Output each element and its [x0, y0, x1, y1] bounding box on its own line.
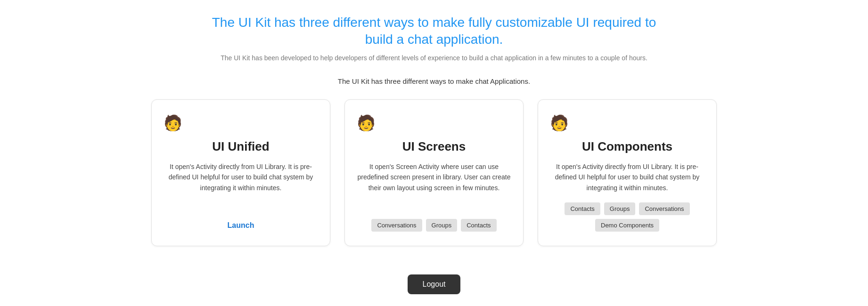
header-section: The UI Kit has three different ways to m…: [208, 14, 660, 63]
logout-section: Logout: [408, 274, 461, 294]
card-ui-components: 🧑UI ComponentsIt open's Activity directl…: [538, 99, 717, 246]
intro-text: The UI Kit has three different ways to m…: [338, 77, 530, 85]
cards-container: 🧑UI UnifiedIt open's Activity directly f…: [151, 99, 717, 246]
launch-button[interactable]: Launch: [224, 219, 258, 232]
card-ui-unified: 🧑UI UnifiedIt open's Activity directly f…: [151, 99, 330, 246]
button-group-2: ContactsGroupsConversationsDemo Componen…: [550, 202, 704, 232]
card-title-0: UI Unified: [212, 139, 269, 154]
tag-button-groups[interactable]: Groups: [426, 219, 458, 232]
card-avatar-0: 🧑: [164, 114, 183, 134]
card-avatar-1: 🧑: [357, 114, 377, 134]
tag-button-conversations[interactable]: Conversations: [639, 202, 689, 215]
card-description-1: It open's Screen Activity where user can…: [357, 161, 511, 193]
card-title-2: UI Components: [582, 139, 672, 154]
button-group-1: ConversationsGroupsContacts: [371, 219, 496, 232]
tag-button-demo-components[interactable]: Demo Components: [595, 219, 659, 232]
tag-button-conversations[interactable]: Conversations: [371, 219, 422, 232]
card-description-0: It open's Activity directly from UI Libr…: [164, 161, 318, 193]
tag-button-contacts[interactable]: Contacts: [461, 219, 496, 232]
tag-button-contacts[interactable]: Contacts: [565, 202, 600, 215]
card-ui-screens: 🧑UI ScreensIt open's Screen Activity whe…: [344, 99, 524, 246]
card-avatar-2: 🧑: [550, 114, 570, 134]
header-title: The UI Kit has three different ways to m…: [208, 14, 660, 48]
tag-button-groups[interactable]: Groups: [604, 202, 636, 215]
header-subtitle: The UI Kit has been developed to help de…: [208, 53, 660, 63]
card-description-2: It open's Activity directly from UI Libr…: [550, 161, 704, 193]
logout-button[interactable]: Logout: [408, 274, 461, 294]
card-title-1: UI Screens: [402, 139, 466, 154]
